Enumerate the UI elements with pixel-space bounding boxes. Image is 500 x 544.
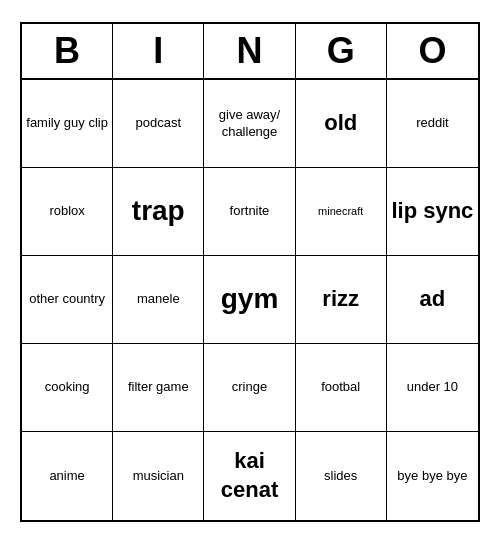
- bingo-letter: G: [296, 24, 387, 78]
- bingo-letter: I: [113, 24, 204, 78]
- bingo-card: BINGO family guy clippodcastgive away/ c…: [20, 22, 480, 522]
- bingo-letter: B: [22, 24, 113, 78]
- bingo-cell: family guy clip: [22, 80, 113, 168]
- bingo-cell: bye bye bye: [387, 432, 478, 520]
- bingo-grid: family guy clippodcastgive away/ challen…: [22, 80, 478, 520]
- bingo-cell: under 10: [387, 344, 478, 432]
- bingo-cell: cooking: [22, 344, 113, 432]
- bingo-cell: musician: [113, 432, 204, 520]
- bingo-cell: anime: [22, 432, 113, 520]
- bingo-cell: old: [296, 80, 387, 168]
- bingo-cell: filter game: [113, 344, 204, 432]
- bingo-letter: O: [387, 24, 478, 78]
- bingo-cell: manele: [113, 256, 204, 344]
- bingo-header: BINGO: [22, 24, 478, 80]
- bingo-cell: minecraft: [296, 168, 387, 256]
- bingo-cell: lip sync: [387, 168, 478, 256]
- bingo-cell: gym: [204, 256, 295, 344]
- bingo-cell: fortnite: [204, 168, 295, 256]
- bingo-cell: kai cenat: [204, 432, 295, 520]
- bingo-cell: footbal: [296, 344, 387, 432]
- bingo-cell: other country: [22, 256, 113, 344]
- bingo-cell: rizz: [296, 256, 387, 344]
- bingo-cell: roblox: [22, 168, 113, 256]
- bingo-cell: podcast: [113, 80, 204, 168]
- bingo-cell: reddit: [387, 80, 478, 168]
- bingo-cell: trap: [113, 168, 204, 256]
- bingo-cell: slides: [296, 432, 387, 520]
- bingo-cell: cringe: [204, 344, 295, 432]
- bingo-letter: N: [204, 24, 295, 78]
- bingo-cell: give away/ challenge: [204, 80, 295, 168]
- bingo-cell: ad: [387, 256, 478, 344]
